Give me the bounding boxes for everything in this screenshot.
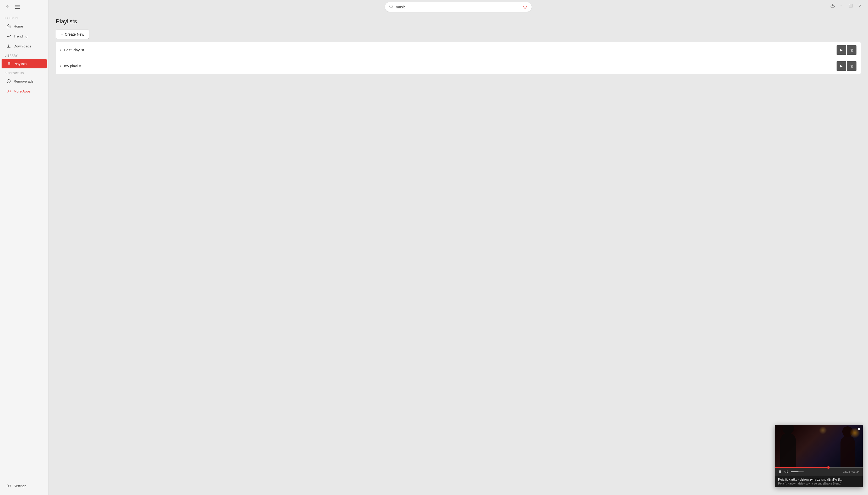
back-button[interactable]	[4, 3, 12, 11]
sidebar-item-more-apps-label: More Apps	[14, 89, 31, 93]
svg-line-8	[7, 80, 10, 82]
svg-rect-16	[779, 471, 780, 473]
sidebar-item-home-label: Home	[14, 24, 23, 28]
downloads-icon	[6, 44, 11, 49]
sidebar-item-remove-ads-label: Remove ads	[14, 80, 34, 83]
sidebar-top	[0, 0, 48, 14]
library-section-label: LIBRARY	[0, 51, 48, 59]
sidebar-bottom: Settings	[0, 481, 48, 495]
sidebar-item-trending-label: Trending	[14, 34, 28, 38]
sidebar: EXPLORE Home Trending Downloads LIBRARY …	[0, 0, 49, 495]
hamburger-menu[interactable]	[14, 4, 21, 10]
pause-button[interactable]	[778, 470, 782, 474]
volume-icon[interactable]	[784, 470, 788, 474]
track-title: Peja ft. kartky - dziewczyna ze snu (Bra…	[778, 478, 860, 481]
search-input[interactable]	[396, 5, 523, 9]
svg-rect-17	[780, 471, 781, 473]
sidebar-item-settings[interactable]: Settings	[2, 481, 47, 491]
sidebar-item-more-apps[interactable]: More Apps	[2, 86, 47, 96]
svg-point-10	[8, 485, 9, 487]
time-display: 02:05 / 03:24	[843, 470, 860, 473]
mini-player-info: Peja ft. kartky - dziewczyna ze snu (Bra…	[775, 476, 863, 487]
create-new-button[interactable]: + Create New	[56, 30, 89, 39]
support-section-label: SUPPORT US	[0, 69, 48, 76]
home-icon	[6, 24, 11, 29]
search-bar	[385, 2, 532, 12]
svg-point-9	[8, 91, 9, 92]
main-content: − ⬜ ✕ Playlists + Create New › Best P	[49, 0, 868, 495]
playlist-list: › Best Playlist ▶ › my playlist ▶	[56, 42, 861, 74]
restore-button[interactable]: ⬜	[847, 2, 854, 10]
plus-icon: +	[61, 32, 63, 37]
progress-bar-track[interactable]	[775, 467, 863, 468]
window-controls: − ⬜ ✕	[838, 2, 864, 10]
sidebar-item-downloads[interactable]: Downloads	[2, 41, 47, 51]
track-subtitle: Peja ft. kartky - dziewczyna ze snu (Bra…	[778, 482, 860, 485]
microphone-icon[interactable]	[523, 4, 527, 10]
delete-playlist-button[interactable]	[847, 61, 856, 71]
sidebar-item-remove-ads[interactable]: Remove ads	[2, 76, 47, 86]
progress-fill	[775, 467, 829, 468]
progress-dot	[827, 466, 830, 469]
sidebar-item-playlists[interactable]: Playlists	[2, 59, 47, 68]
playlist-row[interactable]: › my playlist ▶	[56, 58, 861, 74]
sidebar-item-downloads-label: Downloads	[14, 44, 31, 48]
trending-icon	[6, 34, 11, 38]
mini-player: ✕	[775, 425, 863, 487]
page-title: Playlists	[56, 18, 861, 25]
settings-icon	[6, 483, 11, 488]
playlist-actions: ▶	[836, 61, 856, 71]
more-apps-icon	[6, 89, 11, 93]
svg-marker-18	[785, 471, 786, 473]
svg-line-13	[392, 7, 393, 8]
download-icon[interactable]	[830, 3, 835, 8]
mini-player-video	[775, 425, 863, 467]
chevron-right-icon: ›	[60, 64, 61, 68]
sidebar-item-settings-label: Settings	[14, 484, 27, 488]
delete-playlist-button[interactable]	[847, 45, 856, 55]
sidebar-item-trending[interactable]: Trending	[2, 31, 47, 41]
playlists-icon	[6, 61, 11, 66]
play-playlist-button[interactable]: ▶	[836, 61, 846, 71]
search-container	[49, 0, 868, 12]
remove-ads-icon	[6, 79, 11, 84]
content-area: Playlists + Create New › Best Playlist ▶…	[49, 12, 868, 495]
minimize-button[interactable]: −	[838, 2, 845, 10]
mini-player-close-button[interactable]: ✕	[857, 427, 861, 431]
chevron-right-icon: ›	[60, 48, 61, 52]
playlist-actions: ▶	[836, 45, 856, 55]
sidebar-item-home[interactable]: Home	[2, 21, 47, 31]
mini-player-controls: 02:05 / 03:24	[775, 468, 863, 476]
explore-section-label: EXPLORE	[0, 14, 48, 21]
playlist-name: Best Playlist	[64, 48, 836, 52]
titlebar: − ⬜ ✕	[826, 0, 868, 12]
playlist-name: my playlist	[64, 64, 836, 68]
svg-point-12	[389, 5, 393, 8]
create-new-label: Create New	[65, 32, 84, 36]
sidebar-item-playlists-label: Playlists	[14, 62, 27, 66]
play-playlist-button[interactable]: ▶	[836, 45, 846, 55]
volume-slider[interactable]	[791, 472, 804, 472]
playlist-row[interactable]: › Best Playlist ▶	[56, 42, 861, 58]
search-icon	[389, 4, 393, 10]
close-window-button[interactable]: ✕	[856, 2, 864, 10]
